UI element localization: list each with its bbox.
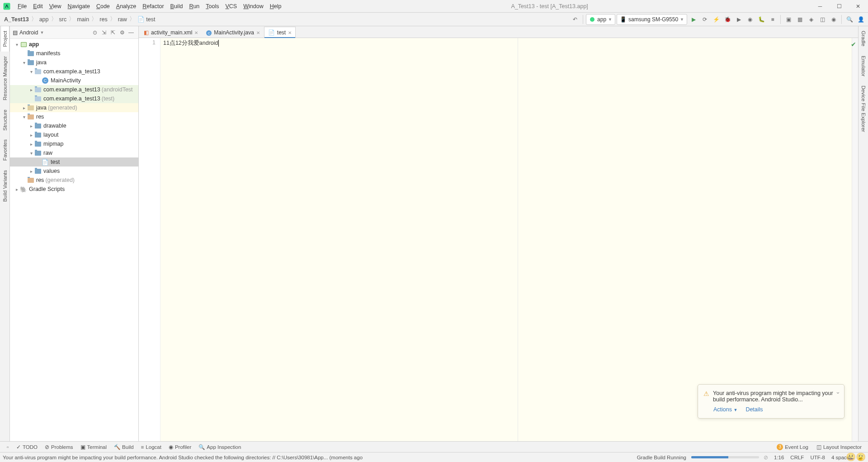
menu-tools[interactable]: Tools — [203, 2, 222, 11]
menu-build[interactable]: Build — [167, 2, 186, 11]
tool-window-icon[interactable]: ▫ — [3, 442, 13, 452]
tree-arrow-icon[interactable]: ▸ — [28, 142, 34, 147]
layout-inspector-tab[interactable]: ◫ Layout Inspector — [813, 443, 865, 451]
menu-code[interactable]: Code — [93, 2, 113, 11]
crumb[interactable]: 📄 test — [136, 16, 157, 23]
bottom-tab-todo[interactable]: ✓TODO — [13, 443, 41, 451]
tree-row[interactable]: ▸drawable — [10, 121, 138, 130]
tree-row[interactable]: ▾raw — [10, 148, 138, 157]
device-selector[interactable]: 📱 samsung SM-G9550 ▼ — [617, 14, 687, 25]
tree-arrow-icon[interactable]: ▾ — [28, 151, 34, 156]
tool-tab-project[interactable]: Project — [0, 26, 9, 52]
inspection-ok-icon[interactable]: ✔ — [851, 41, 856, 48]
tool-tab-gradle[interactable]: Gradle — [859, 26, 868, 51]
sdk-icon[interactable]: ▦ — [795, 14, 805, 24]
tool-tab-device-file-explorer[interactable]: Device File Explorer — [859, 81, 868, 137]
crumb[interactable]: raw — [116, 16, 129, 23]
tree-row[interactable]: ▸values — [10, 167, 138, 176]
crumb[interactable]: src — [57, 16, 69, 23]
menu-file[interactable]: File — [14, 2, 30, 11]
tree-row[interactable]: CMainActivity — [10, 76, 138, 85]
editor-tab[interactable]: CMainActivity.java✕ — [202, 27, 264, 38]
search-icon[interactable]: 🔍 — [844, 14, 854, 24]
hide-icon[interactable]: — — [127, 28, 136, 37]
settings-icon[interactable]: 👤 — [856, 14, 866, 24]
menu-window[interactable]: Window — [240, 2, 266, 11]
apply-code-icon[interactable]: ⚡ — [711, 14, 721, 24]
tree-row[interactable]: manifests — [10, 49, 138, 58]
nav-back-icon[interactable]: ↶ — [570, 14, 580, 24]
bottom-tab-logcat[interactable]: ≡Logcat — [137, 443, 165, 451]
run-config-selector[interactable]: app ▼ — [586, 14, 615, 25]
layout-insp-icon[interactable]: ◫ — [817, 14, 827, 24]
maximize-button[interactable]: ☐ — [834, 2, 844, 10]
tree-row[interactable]: ▸java(generated) — [10, 103, 138, 112]
tree-arrow-icon[interactable]: ▸ — [28, 133, 34, 138]
close-button[interactable]: ✕ — [853, 2, 863, 10]
tool-tab-resource-manager[interactable]: Resource Manager — [1, 52, 9, 105]
menu-run[interactable]: Run — [186, 2, 203, 11]
bottom-tab-build[interactable]: 🔨Build — [110, 443, 137, 451]
menu-analyze[interactable]: Analyze — [113, 2, 139, 11]
crumb[interactable]: app — [38, 16, 51, 23]
emulator-icon[interactable]: ◉ — [829, 14, 839, 24]
avd-icon[interactable]: ▣ — [783, 14, 793, 24]
crumb[interactable]: main — [75, 16, 91, 23]
tree-row[interactable]: ▾app — [10, 40, 138, 49]
menu-edit[interactable]: Edit — [30, 2, 46, 11]
editor-tab[interactable]: 📄test✕ — [264, 27, 296, 38]
tool-tab-emulator[interactable]: Emulator — [859, 51, 868, 81]
code-editor[interactable]: 11点12分我爱android — [160, 38, 852, 441]
tree-row[interactable]: ▸com.example.a_test13(androidTest — [10, 85, 138, 94]
tree-arrow-icon[interactable]: ▸ — [28, 87, 34, 92]
crumb[interactable]: res — [98, 16, 109, 23]
tree-row[interactable]: ▾com.example.a_test13 — [10, 67, 138, 76]
tree-arrow-icon[interactable]: ▾ — [28, 69, 34, 74]
crumb[interactable]: A_Test13 — [2, 16, 31, 23]
cancel-build-icon[interactable]: ⊘ — [761, 452, 771, 462]
tree-arrow-icon[interactable]: ▾ — [14, 42, 20, 47]
bottom-tab-terminal[interactable]: ▣Terminal — [77, 443, 110, 451]
tool-tab-build-variants[interactable]: Build Variants — [1, 166, 9, 206]
line-separator[interactable]: CRLF — [787, 455, 807, 460]
minimize-button[interactable]: ─ — [815, 2, 826, 10]
collapse-all-icon[interactable]: ⇱ — [108, 28, 118, 37]
tool-tab-structure[interactable]: Structure — [1, 105, 9, 135]
tree-row[interactable]: ▸layout — [10, 130, 138, 139]
tree-arrow-icon[interactable]: ▾ — [21, 114, 27, 119]
resource-mgr-icon[interactable]: ◈ — [806, 14, 816, 24]
tree-row[interactable]: ▸🐘Gradle Scripts — [10, 185, 138, 194]
event-log-tab[interactable]: 3 Event Log — [773, 443, 812, 451]
project-tree[interactable]: ▾appmanifests▾java▾com.example.a_test13C… — [10, 39, 138, 441]
tree-arrow-icon[interactable]: ▸ — [28, 124, 34, 129]
run-icon[interactable]: ▶ — [689, 14, 698, 24]
tree-row[interactable]: com.example.a_test13(test) — [10, 94, 138, 103]
stop-icon[interactable]: ■ — [768, 14, 778, 24]
tree-arrow-icon[interactable]: ▾ — [21, 60, 27, 65]
apply-changes-icon[interactable]: ⟳ — [700, 14, 710, 24]
collapse-icon[interactable]: ⌄ — [835, 388, 840, 395]
tree-arrow-icon[interactable]: ▸ — [21, 105, 27, 110]
close-tab-icon[interactable]: ✕ — [256, 30, 260, 35]
close-tab-icon[interactable]: ✕ — [194, 30, 198, 35]
notif-action-actions[interactable]: Actions ▼ — [713, 406, 737, 413]
profile-icon[interactable]: ◉ — [745, 14, 755, 24]
bottom-tab-problems[interactable]: ⊘Problems — [41, 443, 77, 451]
menu-view[interactable]: View — [46, 2, 65, 11]
file-encoding[interactable]: UTF-8 — [807, 455, 828, 460]
expand-all-icon[interactable]: ⇲ — [99, 28, 108, 37]
tree-row[interactable]: ▾java — [10, 58, 138, 67]
editor-tab[interactable]: ◧activity_main.xml✕ — [140, 27, 202, 38]
close-tab-icon[interactable]: ✕ — [288, 30, 292, 35]
attach-debugger-icon[interactable]: 🐛 — [756, 14, 766, 24]
tree-row[interactable]: ▾res — [10, 112, 138, 121]
cursor-position[interactable]: 1:16 — [771, 455, 787, 460]
tool-tab-favorites[interactable]: Favorites — [1, 135, 9, 165]
select-file-icon[interactable]: ⊙ — [90, 28, 99, 37]
notif-action-details[interactable]: Details — [745, 406, 763, 413]
gear-icon[interactable]: ⚙ — [118, 28, 127, 37]
menu-help[interactable]: Help — [267, 2, 285, 11]
bottom-tab-app-inspection[interactable]: 🔍App Inspection — [195, 443, 245, 451]
tree-row[interactable]: res(generated) — [10, 176, 138, 185]
tree-row[interactable]: 📄test — [10, 157, 138, 167]
